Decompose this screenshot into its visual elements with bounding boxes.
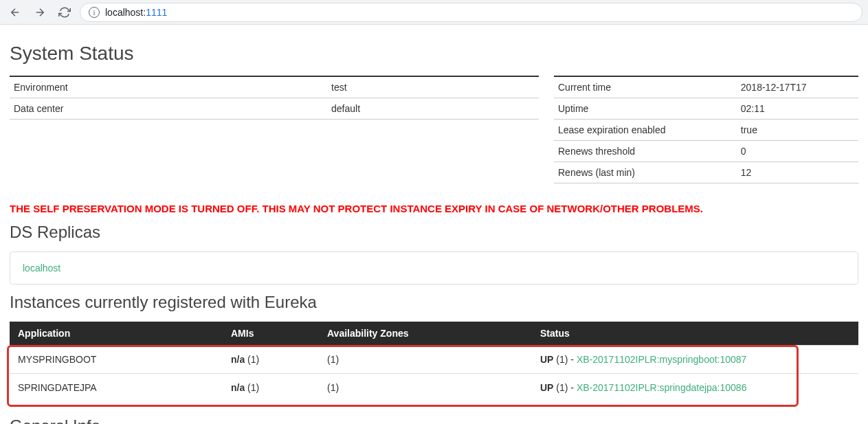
table-row: MYSPRINGBOOT n/a (1) (1) UP (1) - XB-201… (10, 346, 858, 374)
status-value: true (737, 120, 858, 141)
status-label: Renews threshold (554, 141, 737, 162)
cell-az: (1) (319, 346, 532, 374)
replica-link[interactable]: localhost (23, 263, 60, 274)
instances-table: Application AMIs Availability Zones Stat… (10, 322, 858, 401)
table-row: Renews (last min)12 (554, 162, 858, 183)
cell-status: UP (1) - XB-20171102IPLR:myspringboot:10… (532, 346, 858, 374)
url-text: localhost:1111 (105, 7, 167, 18)
address-bar[interactable]: i localhost:1111 (80, 3, 863, 22)
cell-az: (1) (319, 374, 532, 402)
ds-replicas-heading: DS Replicas (10, 223, 858, 242)
instance-link[interactable]: XB-20171102IPLR:myspringboot:10087 (577, 354, 747, 365)
arrow-left-icon (9, 6, 21, 19)
table-row: Uptime02:11 (554, 98, 858, 120)
table-row: Lease expiration enabledtrue (554, 120, 858, 141)
th-status: Status (532, 322, 858, 346)
th-amis: AMIs (223, 322, 319, 346)
status-table-left: EnvironmenttestData centerdefault (10, 76, 539, 120)
info-icon: i (89, 7, 100, 18)
table-row: Environmenttest (10, 76, 539, 98)
reload-button[interactable] (55, 3, 74, 22)
cell-application: MYSPRINGBOOT (10, 346, 223, 374)
reload-icon (58, 6, 71, 19)
instance-link[interactable]: XB-20171102IPLR:springdatejpa:10086 (577, 382, 747, 393)
th-application: Application (10, 322, 223, 346)
instances-heading: Instances currently registered with Eure… (10, 293, 858, 312)
cell-amis: n/a (1) (223, 346, 319, 374)
back-button[interactable] (5, 3, 25, 22)
forward-button[interactable] (30, 3, 49, 22)
status-label: Lease expiration enabled (554, 120, 737, 141)
status-value: 02:11 (737, 98, 858, 120)
page-content: System Status EnvironmenttestData center… (0, 25, 868, 424)
th-availability-zones: Availability Zones (319, 322, 532, 346)
cell-amis: n/a (1) (223, 374, 319, 402)
table-header-row: Application AMIs Availability Zones Stat… (10, 322, 858, 346)
browser-toolbar: i localhost:1111 (0, 0, 868, 25)
status-label: Environment (10, 76, 327, 98)
replica-box: localhost (10, 252, 858, 284)
arrow-right-icon (34, 6, 46, 19)
page-title: System Status (10, 43, 858, 65)
warning-banner: THE SELF PRESERVATION MODE IS TURNED OFF… (10, 203, 858, 214)
table-row: Renews threshold0 (554, 141, 858, 162)
status-label: Current time (554, 76, 737, 98)
table-row: SPRINGDATEJPA n/a (1) (1) UP (1) - XB-20… (10, 374, 858, 402)
status-value: 2018-12-17T17 (737, 76, 858, 98)
status-label: Uptime (554, 98, 737, 120)
table-row: Current time2018-12-17T17 (554, 76, 858, 98)
status-value: default (327, 98, 539, 120)
cell-status: UP (1) - XB-20171102IPLR:springdatejpa:1… (532, 374, 858, 402)
table-row: Data centerdefault (10, 98, 539, 120)
cell-application: SPRINGDATEJPA (10, 374, 223, 402)
status-label: Renews (last min) (554, 162, 737, 183)
status-label: Data center (10, 98, 327, 120)
status-value: 12 (737, 162, 858, 183)
general-info-heading: General Info (10, 416, 858, 424)
status-columns: EnvironmenttestData centerdefault Curren… (10, 76, 858, 183)
status-value: test (327, 76, 539, 98)
status-table-right: Current time2018-12-17T17Uptime02:11Leas… (554, 76, 858, 183)
status-value: 0 (737, 141, 858, 162)
